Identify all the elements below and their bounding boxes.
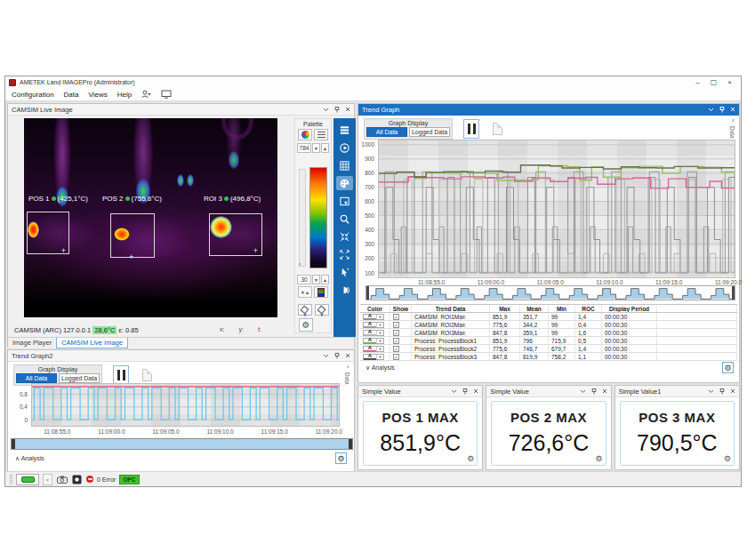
- tab-camsim-live-image[interactable]: CAMSIM Live Image: [56, 338, 128, 348]
- rgb-palette-button[interactable]: [314, 286, 328, 298]
- tab-image-player[interactable]: Image Player: [8, 338, 56, 348]
- row-color-button[interactable]: A▼: [363, 322, 384, 328]
- trend-navigator-scrollbar[interactable]: [365, 285, 735, 300]
- menu-icon[interactable]: [336, 123, 353, 137]
- data-side-tab[interactable]: ‹ Data: [344, 364, 352, 385]
- image-icon[interactable]: [336, 194, 353, 208]
- palette-slider[interactable]: ‹: [299, 169, 306, 267]
- show-checkbox[interactable]: ✓: [393, 338, 399, 344]
- table-row[interactable]: A▼✓Process_ProcessBlock2775,6746,7679,71…: [360, 345, 737, 353]
- logged-data-button[interactable]: Logged Data: [409, 127, 450, 137]
- close-icon[interactable]: [345, 107, 350, 112]
- logged-data-button[interactable]: Logged Data: [59, 373, 100, 383]
- menu-data[interactable]: Data: [64, 91, 79, 99]
- table-row[interactable]: A▼✓Process_ProcessBlock1851,9796715,90,5…: [360, 337, 737, 345]
- cursor-add-icon[interactable]: [336, 265, 353, 279]
- close-icon[interactable]: [473, 388, 478, 394]
- row-color-button[interactable]: A▼: [363, 314, 384, 320]
- table-row[interactable]: A▼✓CAMSIM_ROI2Max775,6344,2990,400:00:30: [360, 321, 737, 329]
- close-icon[interactable]: [730, 107, 735, 112]
- table-row[interactable]: A▼✓CAMSIM_ROI1Max851,9351,7991,400:00:30: [360, 313, 737, 321]
- span-down-button[interactable]: ▼: [312, 275, 320, 284]
- thermal-image[interactable]: POS 1(425,1°C) POS 2(755,8°C) ROI 3(496,…: [24, 118, 277, 317]
- export-button[interactable]: [489, 119, 505, 139]
- export-button[interactable]: [139, 365, 155, 385]
- show-checkbox[interactable]: ✓: [393, 354, 399, 360]
- camera-connection-button[interactable]: [16, 474, 39, 485]
- all-data-button[interactable]: All Data: [16, 373, 57, 383]
- palette-tool-icon[interactable]: [336, 176, 353, 190]
- row-color-button[interactable]: A▼: [363, 338, 384, 344]
- collapse-icon[interactable]: [336, 229, 353, 244]
- chevron-down-icon[interactable]: [708, 389, 714, 394]
- value-settings-button[interactable]: ⚙: [724, 454, 731, 463]
- contrast-icon[interactable]: [336, 283, 353, 297]
- fill-below-button[interactable]: [315, 304, 329, 316]
- menu-views[interactable]: Views: [89, 91, 108, 99]
- trend2-scrollbar[interactable]: [11, 438, 353, 450]
- data-side-tab[interactable]: ‹ Data: [729, 117, 737, 139]
- trend-chart[interactable]: [378, 140, 735, 278]
- palette-gradient[interactable]: [309, 167, 327, 268]
- span-up-button[interactable]: ▲: [321, 275, 329, 284]
- chevron-down-icon[interactable]: [708, 108, 714, 112]
- trend2-chart[interactable]: [31, 383, 340, 427]
- level-up-button[interactable]: ▲: [321, 143, 329, 153]
- user-permissions-icon[interactable]: [141, 90, 151, 99]
- color-wheel-button[interactable]: [298, 129, 312, 140]
- row-color-button[interactable]: A▼: [363, 346, 384, 352]
- close-icon[interactable]: [345, 353, 350, 358]
- pin-icon[interactable]: [591, 388, 597, 395]
- roi-box-1[interactable]: +: [27, 212, 69, 254]
- snapshot-icon[interactable]: [56, 474, 68, 484]
- error-count[interactable]: 0 Error: [97, 476, 116, 483]
- value-settings-button[interactable]: ⚙: [596, 454, 603, 463]
- row-color-button[interactable]: A▼: [363, 354, 384, 360]
- palette-span-input[interactable]: 30: [297, 275, 311, 284]
- close-button[interactable]: ×: [727, 76, 732, 88]
- graph-settings-button[interactable]: ⚙: [722, 362, 734, 373]
- minimize-button[interactable]: –: [695, 76, 699, 88]
- chevron-down-icon[interactable]: [451, 389, 457, 394]
- analysis-expander[interactable]: ∨ Analysis: [365, 364, 395, 372]
- level-down-button[interactable]: ▼: [312, 143, 320, 153]
- pause-button[interactable]: [113, 365, 129, 385]
- chevron-down-icon[interactable]: [323, 354, 329, 358]
- palette-level-input[interactable]: 784: [297, 143, 311, 153]
- palette-settings-button[interactable]: ⚙: [299, 318, 313, 332]
- roi-box-3[interactable]: +: [209, 213, 262, 256]
- display-icon[interactable]: [161, 90, 172, 99]
- auto-range-button[interactable]: ▼▲: [298, 286, 312, 298]
- pin-icon[interactable]: [719, 107, 725, 113]
- pin-icon[interactable]: [334, 107, 340, 113]
- show-checkbox[interactable]: ✓: [393, 322, 399, 328]
- show-checkbox[interactable]: ✓: [393, 314, 399, 320]
- grid-icon[interactable]: [336, 158, 353, 172]
- chevron-down-icon[interactable]: [323, 108, 329, 112]
- play-target-icon[interactable]: [336, 140, 353, 155]
- zoom-icon[interactable]: [336, 212, 353, 226]
- all-data-button[interactable]: All Data: [366, 127, 407, 137]
- close-icon[interactable]: [602, 388, 607, 394]
- show-checkbox[interactable]: ✓: [393, 330, 399, 336]
- menu-help[interactable]: Help: [117, 91, 132, 99]
- opc-status-badge[interactable]: OPC: [119, 475, 139, 484]
- pin-icon[interactable]: [719, 388, 725, 395]
- record-icon[interactable]: [71, 474, 83, 484]
- roi-box-2[interactable]: +: [110, 213, 155, 258]
- graph-settings-button[interactable]: ⚙: [335, 452, 347, 464]
- analysis-expander[interactable]: ∧ Analysis: [15, 455, 44, 462]
- table-row[interactable]: A▼✓CAMSIM_ROI3Max847,8359,1991,600:00:30: [360, 329, 737, 337]
- menu-configuration[interactable]: Configuration: [12, 91, 54, 99]
- expand-icon[interactable]: [336, 247, 353, 261]
- palette-list-button[interactable]: [314, 129, 328, 140]
- row-color-button[interactable]: A▼: [363, 330, 384, 336]
- trend-navigator-chart[interactable]: [370, 286, 733, 300]
- table-row[interactable]: A▼✓Process_ProcessBlock3847,8819,9758,21…: [360, 353, 737, 361]
- camera-dropdown-button[interactable]: ▼: [43, 474, 52, 485]
- chevron-down-icon[interactable]: [580, 389, 586, 394]
- pin-icon[interactable]: [462, 388, 468, 395]
- pause-button[interactable]: [463, 119, 479, 139]
- restore-button[interactable]: ▢: [711, 76, 718, 88]
- toolbar-grip[interactable]: [10, 475, 12, 484]
